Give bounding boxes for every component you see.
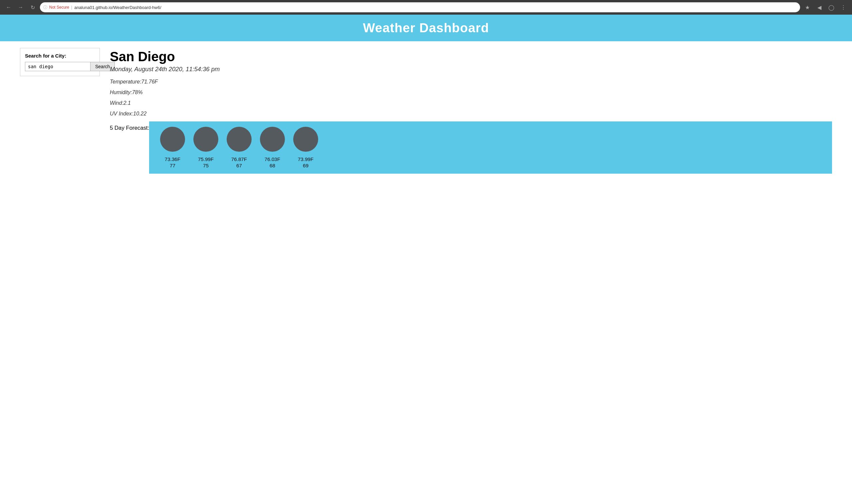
forecast-card: 75.99F75 xyxy=(189,127,222,168)
weather-icon xyxy=(160,127,185,152)
forecast-section: 5 Day Forecast: 73.36F7775.99F7576.87F67… xyxy=(110,122,832,174)
forecast-card: 76.87F67 xyxy=(222,127,255,168)
weather-icon xyxy=(260,127,285,152)
forecast-card: 73.99F69 xyxy=(289,127,322,168)
humidity: Humidity:78% xyxy=(110,89,832,95)
city-name: San Diego xyxy=(110,49,832,64)
forecast-temp: 73.99F xyxy=(298,156,314,162)
forecast-label: 5 Day Forecast: xyxy=(110,122,149,131)
forecast-cards: 73.36F7775.99F7576.87F6776.03F6873.99F69 xyxy=(149,122,832,174)
forecast-humidity: 77 xyxy=(170,163,175,168)
bookmark-button[interactable]: ★ xyxy=(803,3,812,12)
weather-info: San Diego Monday, August 24th 2020, 11:5… xyxy=(110,48,832,174)
page-header: Weather Dashboard xyxy=(0,15,852,41)
forecast-card: 73.36F77 xyxy=(156,127,189,168)
search-panel: Search for a City: Search xyxy=(20,48,100,76)
extensions-button[interactable]: ◀ xyxy=(815,3,824,12)
weather-icon xyxy=(227,127,252,152)
address-separator: | xyxy=(71,5,72,10)
weather-icon xyxy=(193,127,218,152)
weather-icon xyxy=(293,127,318,152)
forecast-humidity: 68 xyxy=(270,163,275,168)
search-label: Search for a City: xyxy=(25,53,95,58)
forecast-humidity: 67 xyxy=(236,163,242,168)
browser-actions: ★ ◀ ◯ ⋮ xyxy=(803,3,848,12)
browser-chrome: ← → ↻ ⓘ Not Secure | analuna01.github.io… xyxy=(0,0,852,15)
sidebar: Search for a City: Search xyxy=(20,48,100,174)
wind: Wind:2.1 xyxy=(110,100,832,106)
menu-button[interactable]: ⋮ xyxy=(839,3,848,12)
forecast-temp: 76.87F xyxy=(231,156,247,162)
forecast-temp: 73.36F xyxy=(165,156,180,162)
back-button[interactable]: ← xyxy=(4,3,13,12)
temperature: Temperature:71.76F xyxy=(110,79,832,85)
not-secure-icon: ⓘ xyxy=(43,5,47,10)
forecast-temp: 76.03F xyxy=(265,156,280,162)
profile-button[interactable]: ◯ xyxy=(827,3,836,12)
datetime: Monday, August 24th 2020, 11:54:36 pm xyxy=(110,66,832,73)
search-input[interactable] xyxy=(25,62,90,71)
forecast-card: 76.03F68 xyxy=(255,127,289,168)
forward-button[interactable]: → xyxy=(16,3,25,12)
forecast-humidity: 69 xyxy=(303,163,308,168)
reload-button[interactable]: ↻ xyxy=(28,3,37,12)
search-row: Search xyxy=(25,62,95,71)
page-title: Weather Dashboard xyxy=(0,21,852,35)
address-url: analuna01.github.io/WeatherDashboard-hw6… xyxy=(74,5,161,10)
uv-index: UV Index:10.22 xyxy=(110,111,832,117)
not-secure-label: Not Secure xyxy=(49,5,69,10)
address-bar[interactable]: ⓘ Not Secure | analuna01.github.io/Weath… xyxy=(40,2,800,12)
main-content: Search for a City: Search San Diego Mond… xyxy=(0,41,852,180)
forecast-temp: 75.99F xyxy=(198,156,214,162)
forecast-humidity: 75 xyxy=(203,163,209,168)
